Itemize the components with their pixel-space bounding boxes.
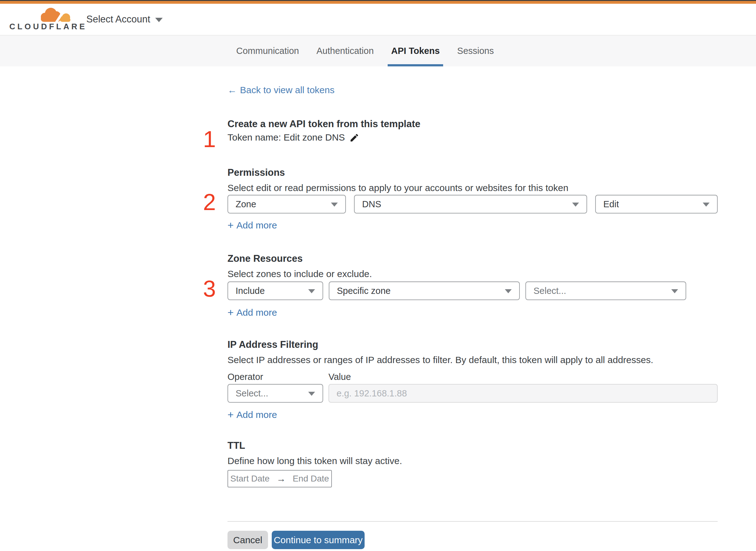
permissions-add-more-link[interactable]: + Add more <box>227 220 277 230</box>
ip-filtering-add-more-link[interactable]: + Add more <box>227 410 277 420</box>
continue-to-summary-button[interactable]: Continue to summary <box>272 531 364 549</box>
permission-scope-select[interactable]: Zone <box>227 195 346 213</box>
dropdown-caret-icon <box>671 289 678 293</box>
zone-resources-heading: Zone Resources <box>227 253 302 264</box>
ip-filtering-description: Select IP addresses or ranges of IP addr… <box>227 355 653 365</box>
ip-operator-select[interactable]: Select... <box>227 384 323 403</box>
select-value: Include <box>235 286 265 296</box>
zone-include-select[interactable]: Include <box>227 282 323 300</box>
tab-authentication[interactable]: Authentication <box>313 36 377 66</box>
ttl-description: Define how long this token will stay act… <box>227 456 402 466</box>
select-value: Select... <box>534 286 566 296</box>
tab-label: API Tokens <box>391 46 440 56</box>
step-2-marker: 2 <box>201 191 217 214</box>
footer-divider <box>227 521 718 522</box>
ttl-heading: TTL <box>227 440 245 451</box>
dropdown-caret-icon <box>703 202 710 207</box>
ip-value-input <box>328 384 718 403</box>
tab-label: Authentication <box>316 46 373 56</box>
dropdown-caret-icon <box>331 202 338 207</box>
right-arrow-icon: → <box>276 473 286 484</box>
dropdown-caret-icon <box>572 202 579 207</box>
step-3-marker: 3 <box>201 278 217 301</box>
edit-pencil-icon[interactable] <box>349 133 359 143</box>
zone-scope-select[interactable]: Specific zone <box>329 282 520 300</box>
step-1-marker: 1 <box>201 128 217 151</box>
dropdown-caret-icon <box>308 289 315 293</box>
select-value: Zone <box>235 199 256 209</box>
permissions-heading: Permissions <box>227 167 285 178</box>
permission-group-select[interactable]: DNS <box>354 195 587 213</box>
permission-level-select[interactable]: Edit <box>595 195 718 213</box>
back-to-tokens-link[interactable]: ← Back to view all tokens <box>227 85 334 95</box>
value-label: Value <box>328 372 351 382</box>
zone-resources-row: Include Specific zone Select... <box>227 282 686 300</box>
tab-sessions[interactable]: Sessions <box>454 36 497 66</box>
start-date-label: Start Date <box>230 474 269 484</box>
dropdown-caret-icon <box>308 392 315 396</box>
tab-label: Sessions <box>457 46 494 56</box>
back-arrow-icon: ← <box>227 85 237 95</box>
permissions-description: Select edit or read permissions to apply… <box>227 183 568 193</box>
header: CLOUDFLARE Select Account <box>0 4 756 36</box>
zone-resources-description: Select zones to include or exclude. <box>227 268 372 279</box>
add-more-label: Add more <box>236 410 277 420</box>
plus-icon: + <box>227 409 234 420</box>
dropdown-caret-icon <box>505 289 512 293</box>
tab-label: Communication <box>236 46 299 56</box>
cancel-button[interactable]: Cancel <box>227 531 268 549</box>
end-date-label: End Date <box>292 474 329 484</box>
api-token-template-page: CLOUDFLARE Select Account Communication … <box>0 0 756 551</box>
select-value: Edit <box>603 199 619 209</box>
add-more-label: Add more <box>236 220 277 230</box>
account-selector-label: Select Account <box>86 14 150 25</box>
account-selector[interactable]: Select Account <box>86 4 163 35</box>
select-value: DNS <box>362 199 381 209</box>
token-name-text: Token name: Edit zone DNS <box>227 132 345 143</box>
top-orange-bar <box>0 1 756 4</box>
zone-resources-add-more-link[interactable]: + Add more <box>227 307 277 318</box>
permissions-row: Zone DNS Edit <box>227 195 718 213</box>
create-token-heading: Create a new API token from this templat… <box>227 118 421 130</box>
plus-icon: + <box>227 307 234 318</box>
select-value: Specific zone <box>337 286 391 296</box>
zone-picker-select[interactable]: Select... <box>525 282 686 300</box>
brand-wordmark: CLOUDFLARE <box>9 22 87 31</box>
tab-api-tokens[interactable]: API Tokens <box>388 36 443 66</box>
chevron-down-icon <box>155 18 163 22</box>
cloudflare-logo[interactable]: CLOUDFLARE <box>9 4 81 35</box>
plus-icon: + <box>227 220 234 230</box>
tabs: Communication Authentication API Tokens … <box>233 36 497 66</box>
ip-filtering-heading: IP Address Filtering <box>227 339 318 350</box>
add-more-label: Add more <box>236 307 277 318</box>
select-value: Select... <box>235 388 268 399</box>
operator-label: Operator <box>227 372 263 382</box>
tab-communication[interactable]: Communication <box>233 36 302 66</box>
token-name-row: Token name: Edit zone DNS <box>227 132 359 143</box>
tab-bar: Communication Authentication API Tokens … <box>0 36 756 66</box>
back-link-label: Back to view all tokens <box>240 85 334 95</box>
ip-filtering-row: Select... <box>227 384 718 403</box>
ttl-date-range-picker[interactable]: Start Date → End Date <box>227 470 332 487</box>
cloudflare-cloud-icon <box>36 6 74 24</box>
